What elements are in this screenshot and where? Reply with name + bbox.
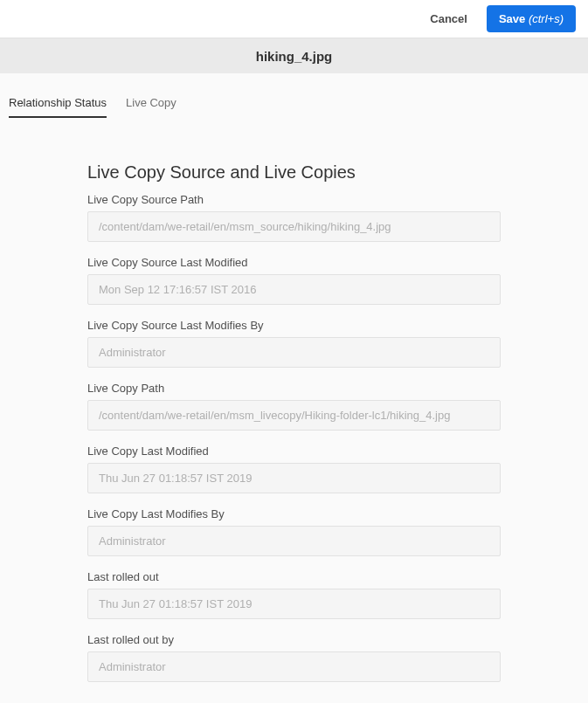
label-live-copy-last-modified: Live Copy Last Modified (87, 445, 501, 458)
input-source-modified-by (87, 337, 501, 368)
input-live-copy-modified-by (87, 526, 501, 556)
page-title: hiking_4.jpg (256, 49, 333, 64)
form-section: Live Copy Source and Live Copies Live Co… (0, 119, 588, 703)
field-live-copy-last-modified: Live Copy Last Modified (87, 445, 501, 493)
save-shortcut: (ctrl+s) (529, 12, 564, 25)
field-last-rolled-out-by: Last rolled out by (87, 633, 501, 682)
label-live-copy-modified-by: Live Copy Last Modifies By (87, 507, 501, 520)
cancel-button[interactable]: Cancel (426, 5, 471, 32)
main-content[interactable]: Relationship Status Live Copy Live Copy … (0, 73, 588, 703)
tabs: Relationship Status Live Copy (0, 89, 588, 119)
input-last-rolled-out-by (87, 651, 501, 682)
input-last-rolled-out (87, 589, 501, 619)
section-title-source: Live Copy Source and Live Copies (87, 162, 501, 183)
field-live-copy-path: Live Copy Path (87, 382, 501, 431)
label-live-copy-path: Live Copy Path (87, 382, 501, 395)
field-source-modified-by: Live Copy Source Last Modifies By (87, 319, 501, 368)
title-bar: hiking_4.jpg (0, 38, 588, 73)
field-source-last-modified: Live Copy Source Last Modified (87, 256, 501, 305)
header-bar: Cancel Save (ctrl+s) (0, 0, 588, 38)
field-live-copy-modified-by: Live Copy Last Modifies By (87, 507, 501, 556)
input-live-copy-path (87, 400, 501, 431)
input-live-copy-last-modified (87, 463, 501, 493)
label-source-path: Live Copy Source Path (87, 193, 501, 206)
tab-live-copy[interactable]: Live Copy (126, 89, 176, 118)
save-label: Save (499, 12, 525, 25)
label-last-rolled-out: Last rolled out (87, 570, 501, 583)
field-last-rolled-out: Last rolled out (87, 570, 501, 619)
input-source-last-modified (87, 274, 501, 305)
label-source-modified-by: Live Copy Source Last Modifies By (87, 319, 501, 332)
label-last-rolled-out-by: Last rolled out by (87, 633, 501, 646)
field-source-path: Live Copy Source Path (87, 193, 501, 242)
input-source-path (87, 211, 501, 242)
section-title-status: Status (87, 700, 501, 703)
save-button[interactable]: Save (ctrl+s) (487, 5, 576, 32)
label-source-last-modified: Live Copy Source Last Modified (87, 256, 501, 269)
tab-relationship-status[interactable]: Relationship Status (9, 89, 107, 118)
